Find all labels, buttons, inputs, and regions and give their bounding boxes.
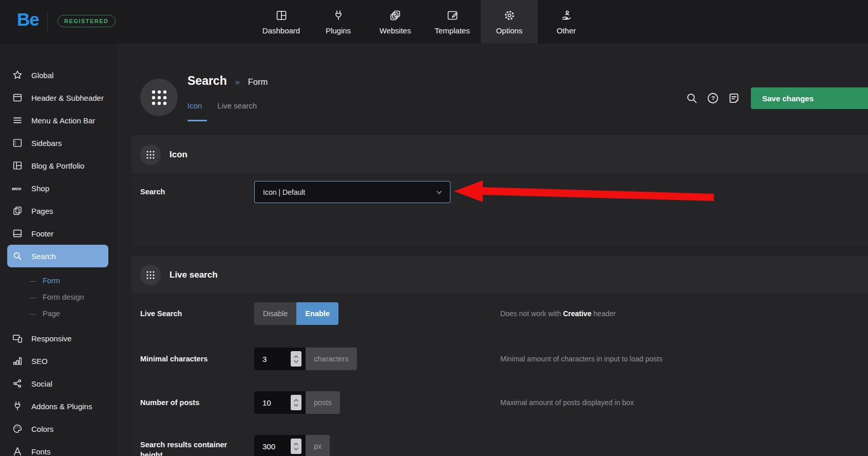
sidebar-item-footer[interactable]: Footer	[0, 222, 116, 245]
pages-icon	[11, 205, 24, 216]
enable-button[interactable]: Enable	[296, 302, 338, 325]
nav-label: Plugins	[326, 26, 351, 35]
minimal-characters-note: Minimal amount of characters in input to…	[500, 355, 663, 363]
tab-icon[interactable]: Icon	[187, 101, 202, 110]
blog-layout-icon	[11, 160, 24, 171]
red-arrow-annotation	[454, 180, 714, 203]
search-icon	[11, 250, 24, 262]
number-of-posts-note: Maximal amount of posts displayed in box	[500, 398, 634, 407]
container-height-control: px	[254, 435, 330, 456]
live-search-section-header: Live search	[131, 256, 868, 295]
unit-label: characters	[306, 348, 357, 370]
save-changes-button[interactable]: Save changes	[751, 87, 868, 109]
nav-item-other[interactable]: Other	[538, 0, 595, 43]
top-navigation: Dashboard Plugins Websites Templates Opt…	[253, 0, 595, 43]
number-spinner[interactable]	[291, 395, 301, 410]
tab-live-search[interactable]: Live search	[217, 101, 257, 110]
svg-text:?: ?	[711, 95, 715, 101]
svg-text:woo: woo	[12, 186, 22, 191]
menu-lines-icon	[11, 115, 24, 126]
disable-button[interactable]: Disable	[254, 302, 296, 325]
search-sub-menu: — Form — Form design — Page	[0, 272, 116, 322]
sidebar-item-shop[interactable]: woo Shop	[0, 177, 116, 199]
container-height-input[interactable]	[254, 435, 286, 456]
minimal-characters-control: characters	[254, 348, 357, 370]
live-search-label: Live Search	[140, 308, 182, 319]
sidebar-item-header-subheader[interactable]: Header & Subheader	[0, 86, 116, 109]
sidebars-icon	[11, 137, 24, 149]
unit-label: posts	[306, 391, 340, 414]
live-search-section: Live search Live Search Disable Enable D…	[131, 256, 868, 456]
breadcrumb-current: Form	[248, 77, 268, 87]
changelog-icon[interactable]	[727, 92, 741, 105]
search-field-label: Search	[140, 187, 165, 197]
sub-item-form[interactable]: — Form	[0, 272, 116, 289]
section-title: Live search	[169, 270, 218, 280]
nav-item-options[interactable]: Options	[481, 0, 538, 43]
number-spinner[interactable]	[291, 439, 301, 454]
nav-label: Dashboard	[262, 26, 300, 35]
search-icon-select[interactable]: Icon | Default	[254, 181, 450, 203]
header-icon	[11, 92, 24, 103]
nav-label: Websites	[380, 26, 411, 35]
number-of-posts-control: posts	[254, 391, 340, 414]
sidebar-item-pages[interactable]: Pages	[0, 199, 116, 222]
be-logo[interactable]: Be	[17, 9, 39, 30]
plug-icon	[11, 400, 24, 412]
help-icon[interactable]: ?	[706, 92, 720, 105]
minimal-characters-label: Minimal characters	[140, 354, 207, 364]
woo-icon: woo	[11, 183, 24, 194]
sidebar-item-responsive[interactable]: Responsive	[0, 327, 116, 350]
templates-icon	[446, 9, 459, 22]
nav-label: Options	[496, 26, 523, 35]
websites-icon	[389, 9, 402, 22]
sidebar-item-global[interactable]: Global	[0, 64, 116, 86]
sidebar-item-addons-plugins[interactable]: Addons & Plugins	[0, 395, 116, 417]
icon-section-header: Icon	[131, 135, 868, 174]
tabs: Icon Live search	[187, 101, 268, 110]
sidebar-item-search[interactable]: Search	[7, 245, 108, 267]
sidebar-item-colors[interactable]: Colors	[0, 417, 116, 440]
nav-item-dashboard[interactable]: Dashboard	[253, 0, 310, 43]
number-of-posts-input[interactable]	[254, 391, 286, 414]
options-gear-icon	[503, 9, 516, 22]
responsive-devices-icon	[11, 333, 24, 344]
drag-dots-icon	[140, 265, 161, 285]
breadcrumb-separator: »	[235, 78, 240, 87]
chevron-down-icon	[436, 189, 443, 196]
sidebar-item-social[interactable]: Social	[0, 372, 116, 395]
dashboard-icon	[275, 9, 288, 22]
sidebar-item-blog-portfolio[interactable]: Blog & Portfolio	[0, 154, 116, 177]
sub-item-form-design[interactable]: — Form design	[0, 289, 116, 305]
header-search-icon[interactable]	[685, 92, 699, 105]
star-icon	[11, 69, 24, 81]
breadcrumb: Search » Form	[187, 74, 268, 88]
nav-item-plugins[interactable]: Plugins	[310, 0, 367, 43]
options-sidebar: Global Header & Subheader Menu & Action …	[0, 43, 116, 456]
page-title: Search	[187, 74, 227, 88]
top-bar: Be REGISTERED Dashboard Plugins Websites	[0, 0, 868, 43]
minimal-characters-input[interactable]	[254, 348, 286, 370]
number-of-posts-label: Number of posts	[140, 397, 199, 408]
nav-item-templates[interactable]: Templates	[424, 0, 481, 43]
drag-dots-icon	[140, 144, 161, 165]
nav-item-websites[interactable]: Websites	[367, 0, 424, 43]
section-title: Icon	[169, 150, 187, 160]
palette-icon	[11, 423, 24, 434]
sidebar-item-fonts[interactable]: Fonts	[0, 440, 116, 456]
sidebar-item-menu-action-bar[interactable]: Menu & Action Bar	[0, 109, 116, 132]
footer-icon	[11, 228, 24, 239]
other-support-icon	[560, 9, 573, 22]
fonts-icon	[11, 446, 24, 456]
number-spinner[interactable]	[291, 351, 301, 367]
share-icon	[11, 378, 24, 389]
seo-chart-icon	[11, 355, 24, 367]
live-search-toggle: Disable Enable	[254, 302, 338, 325]
sidebar-item-seo[interactable]: SEO	[0, 350, 116, 372]
sidebar-item-sidebars[interactable]: Sidebars	[0, 132, 116, 154]
plugins-icon	[332, 9, 345, 22]
live-search-note: Does not work with Creative header	[500, 309, 616, 318]
sub-item-page[interactable]: — Page	[0, 305, 116, 322]
section-group-avatar	[140, 79, 178, 116]
container-height-label: Search results container height	[140, 440, 235, 456]
